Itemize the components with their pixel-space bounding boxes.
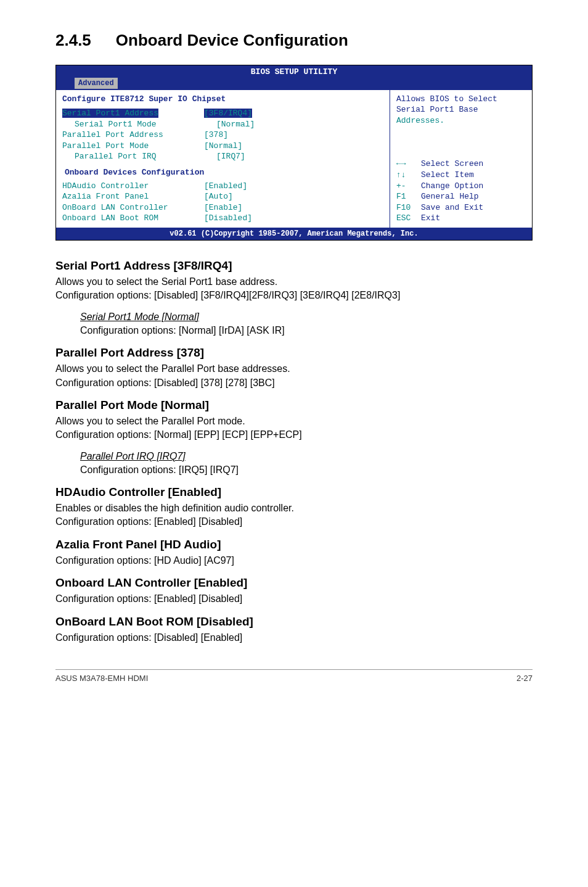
bios-option-row: Azalia Front Panel [Auto] — [62, 191, 383, 202]
bios-tab-advanced: Advanced — [75, 78, 118, 89]
bios-option-row: HDAudio Controller [Enabled] — [62, 181, 383, 192]
key-symbol: F10 — [396, 202, 421, 213]
bios-option-row: Onboard LAN Boot ROM [Disabled] — [62, 213, 383, 224]
para-text: Configuration options: [Enabled] [Disabl… — [55, 592, 533, 606]
para-text: Allows you to select the Parallel Port b… — [55, 362, 533, 390]
bios-option-value: [3F8/IRQ4] — [204, 108, 252, 119]
bios-option-row: Serial Port1 Mode [Normal] — [62, 119, 383, 130]
key-symbol: +- — [396, 181, 421, 192]
bios-option-row: OnBoard LAN Controller [Enable] — [62, 202, 383, 213]
bios-option-label: Parallel Port Mode — [62, 141, 204, 152]
page-footer: ASUS M3A78-EMH HDMI 2-27 — [55, 669, 533, 683]
bios-option-label: Parallel Port Address — [62, 130, 204, 141]
section-title: Onboard Device Configuration — [116, 31, 348, 49]
para-text: Allows you to select the Parallel Port m… — [55, 415, 533, 442]
key-desc: Select Item — [421, 170, 474, 181]
key-desc: Save and Exit — [421, 202, 483, 213]
bios-right-pane: Allows BIOS to Select Serial Port1 Base … — [390, 90, 532, 228]
footer-left: ASUS M3A78-EMH HDMI — [55, 674, 148, 683]
para-text: Configuration options: [HD Audio] [AC97] — [55, 554, 533, 567]
sub-block: Serial Port1 Mode [Normal] Configuration… — [80, 311, 533, 337]
key-desc: Exit — [421, 213, 440, 224]
section-heading: 2.4.5Onboard Device Configuration — [55, 31, 533, 50]
para-text: Enables or disables the high definition … — [55, 501, 533, 529]
sub-heading: Parallel Port IRQ [IRQ7] — [80, 451, 533, 462]
para-text: Configuration options: [Disabled] [Enabl… — [55, 631, 533, 645]
para-heading: Parallel Port Address [378] — [55, 346, 533, 360]
para-heading: Parallel Port Mode [Normal] — [55, 398, 533, 412]
bios-tab-row: Advanced — [56, 78, 532, 90]
bios-option-row: Serial Port1 Address [3F8/IRQ4] — [62, 108, 383, 119]
key-symbol: ESC — [396, 213, 421, 224]
para-heading: Serial Port1 Address [3F8/IRQ4] — [55, 259, 533, 273]
bios-option-value: [Enabled] — [204, 181, 247, 192]
para-text: Configuration options: [IRQ5] [IRQ7] — [80, 463, 533, 477]
bios-left-pane: Configure ITE8712 Super IO Chipset Seria… — [56, 90, 390, 228]
bios-option-value: [Normal] — [216, 119, 255, 130]
bios-help-line: Addresses. — [396, 115, 526, 126]
sub-heading: Serial Port1 Mode [Normal] — [80, 311, 533, 323]
bios-option-label: OnBoard LAN Controller — [62, 202, 204, 213]
key-symbol: ↑↓ — [396, 170, 421, 181]
bios-title: BIOS SETUP UTILITY — [56, 65, 532, 78]
bios-option-label: Parallel Port IRQ — [62, 151, 216, 162]
section-number: 2.4.5 — [55, 31, 91, 49]
para-heading: HDAudio Controller [Enabled] — [55, 485, 533, 499]
bios-help-line: Allows BIOS to Select — [396, 94, 526, 105]
para-heading: Onboard LAN Controller [Enabled] — [55, 576, 533, 590]
bios-option-row: Parallel Port IRQ [IRQ7] — [62, 151, 383, 162]
bios-option-value: [Auto] — [204, 191, 233, 202]
key-symbol: ←→ — [396, 159, 421, 170]
bios-footer: v02.61 (C)Copyright 1985-2007, American … — [56, 228, 532, 240]
bios-option-value: [IRQ7] — [216, 151, 245, 162]
bios-option-label: HDAudio Controller — [62, 181, 204, 192]
bios-configure-line: Configure ITE8712 Super IO Chipset — [62, 94, 383, 105]
key-desc: Select Screen — [421, 159, 483, 170]
bios-subheader: Onboard Devices Configuration — [65, 167, 383, 178]
bios-option-value: [378] — [204, 130, 228, 141]
bios-option-row: Parallel Port Mode [Normal] — [62, 141, 383, 152]
key-desc: Change Option — [421, 181, 483, 192]
footer-right: 2-27 — [517, 674, 533, 683]
bios-key-legend: ←→Select Screen ↑↓Select Item +-Change O… — [396, 159, 526, 223]
para-text: Allows you to select the Serial Port1 ba… — [55, 275, 533, 303]
bios-option-label: Serial Port1 Mode — [62, 119, 216, 130]
bios-option-row: Parallel Port Address [378] — [62, 130, 383, 141]
bios-option-value: [Disabled] — [204, 213, 252, 224]
key-symbol: F1 — [396, 191, 421, 202]
bios-help-line: Serial Port1 Base — [396, 104, 526, 115]
para-heading: Azalia Front Panel [HD Audio] — [55, 538, 533, 551]
bios-option-label: Serial Port1 Address — [62, 108, 204, 119]
bios-screenshot: BIOS SETUP UTILITY Advanced Configure IT… — [55, 65, 533, 241]
para-heading: OnBoard LAN Boot ROM [Disabled] — [55, 615, 533, 629]
sub-block: Parallel Port IRQ [IRQ7] Configuration o… — [80, 451, 533, 477]
para-text: Configuration options: [Normal] [IrDA] [… — [80, 324, 533, 337]
bios-option-value: [Normal] — [204, 141, 242, 152]
bios-option-label: Azalia Front Panel — [62, 191, 204, 202]
bios-help-text: Allows BIOS to Select Serial Port1 Base … — [396, 94, 526, 126]
key-desc: General Help — [421, 191, 479, 202]
bios-option-label: Onboard LAN Boot ROM — [62, 213, 204, 224]
bios-option-value: [Enable] — [204, 202, 242, 213]
